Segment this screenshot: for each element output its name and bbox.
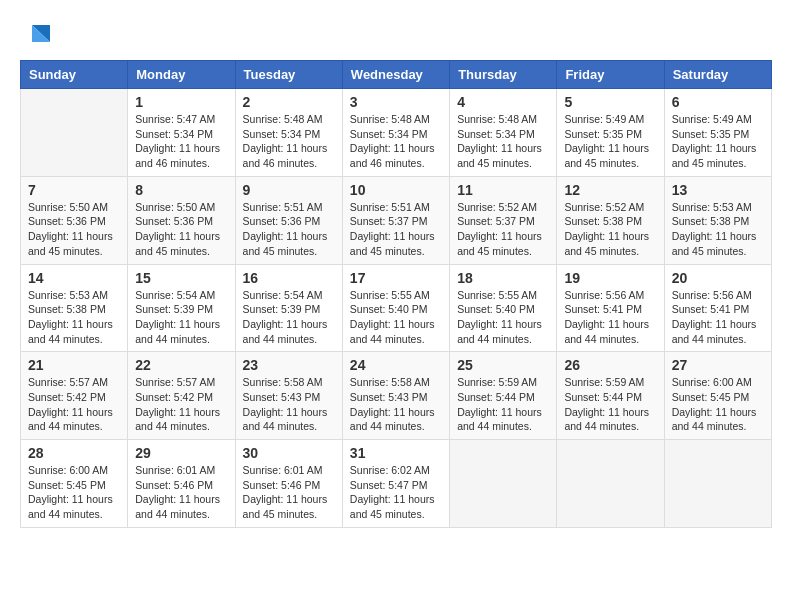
- day-info: Sunrise: 5:59 AMSunset: 5:44 PMDaylight:…: [564, 375, 656, 434]
- weekday-header-sunday: Sunday: [21, 61, 128, 89]
- day-info: Sunrise: 5:57 AMSunset: 5:42 PMDaylight:…: [28, 375, 120, 434]
- calendar-cell: 25Sunrise: 5:59 AMSunset: 5:44 PMDayligh…: [450, 352, 557, 440]
- day-number: 25: [457, 357, 549, 373]
- day-number: 4: [457, 94, 549, 110]
- day-info: Sunrise: 5:49 AMSunset: 5:35 PMDaylight:…: [564, 112, 656, 171]
- calendar-cell: 16Sunrise: 5:54 AMSunset: 5:39 PMDayligh…: [235, 264, 342, 352]
- day-number: 18: [457, 270, 549, 286]
- day-info: Sunrise: 5:53 AMSunset: 5:38 PMDaylight:…: [672, 200, 764, 259]
- calendar-cell: 28Sunrise: 6:00 AMSunset: 5:45 PMDayligh…: [21, 440, 128, 528]
- day-number: 16: [243, 270, 335, 286]
- day-number: 9: [243, 182, 335, 198]
- calendar-cell: [21, 89, 128, 177]
- calendar-cell: 31Sunrise: 6:02 AMSunset: 5:47 PMDayligh…: [342, 440, 449, 528]
- calendar-cell: 2Sunrise: 5:48 AMSunset: 5:34 PMDaylight…: [235, 89, 342, 177]
- calendar-cell: [557, 440, 664, 528]
- calendar-cell: 19Sunrise: 5:56 AMSunset: 5:41 PMDayligh…: [557, 264, 664, 352]
- day-info: Sunrise: 5:48 AMSunset: 5:34 PMDaylight:…: [243, 112, 335, 171]
- day-number: 14: [28, 270, 120, 286]
- weekday-header-wednesday: Wednesday: [342, 61, 449, 89]
- day-number: 12: [564, 182, 656, 198]
- day-info: Sunrise: 5:48 AMSunset: 5:34 PMDaylight:…: [350, 112, 442, 171]
- calendar-cell: 10Sunrise: 5:51 AMSunset: 5:37 PMDayligh…: [342, 176, 449, 264]
- day-info: Sunrise: 6:01 AMSunset: 5:46 PMDaylight:…: [135, 463, 227, 522]
- day-number: 20: [672, 270, 764, 286]
- day-info: Sunrise: 5:56 AMSunset: 5:41 PMDaylight:…: [672, 288, 764, 347]
- calendar-cell: 29Sunrise: 6:01 AMSunset: 5:46 PMDayligh…: [128, 440, 235, 528]
- calendar-table: SundayMondayTuesdayWednesdayThursdayFrid…: [20, 60, 772, 528]
- weekday-header-friday: Friday: [557, 61, 664, 89]
- day-info: Sunrise: 5:54 AMSunset: 5:39 PMDaylight:…: [243, 288, 335, 347]
- calendar-week-3: 14Sunrise: 5:53 AMSunset: 5:38 PMDayligh…: [21, 264, 772, 352]
- calendar-cell: 4Sunrise: 5:48 AMSunset: 5:34 PMDaylight…: [450, 89, 557, 177]
- calendar-cell: 24Sunrise: 5:58 AMSunset: 5:43 PMDayligh…: [342, 352, 449, 440]
- calendar-week-5: 28Sunrise: 6:00 AMSunset: 5:45 PMDayligh…: [21, 440, 772, 528]
- calendar-cell: 8Sunrise: 5:50 AMSunset: 5:36 PMDaylight…: [128, 176, 235, 264]
- weekday-header-tuesday: Tuesday: [235, 61, 342, 89]
- calendar-cell: 27Sunrise: 6:00 AMSunset: 5:45 PMDayligh…: [664, 352, 771, 440]
- day-info: Sunrise: 5:59 AMSunset: 5:44 PMDaylight:…: [457, 375, 549, 434]
- day-info: Sunrise: 5:58 AMSunset: 5:43 PMDaylight:…: [243, 375, 335, 434]
- day-number: 13: [672, 182, 764, 198]
- day-number: 2: [243, 94, 335, 110]
- calendar-cell: 22Sunrise: 5:57 AMSunset: 5:42 PMDayligh…: [128, 352, 235, 440]
- day-number: 1: [135, 94, 227, 110]
- day-info: Sunrise: 5:50 AMSunset: 5:36 PMDaylight:…: [135, 200, 227, 259]
- calendar-cell: 6Sunrise: 5:49 AMSunset: 5:35 PMDaylight…: [664, 89, 771, 177]
- weekday-header-row: SundayMondayTuesdayWednesdayThursdayFrid…: [21, 61, 772, 89]
- day-info: Sunrise: 5:55 AMSunset: 5:40 PMDaylight:…: [350, 288, 442, 347]
- day-info: Sunrise: 5:50 AMSunset: 5:36 PMDaylight:…: [28, 200, 120, 259]
- day-number: 10: [350, 182, 442, 198]
- day-info: Sunrise: 5:47 AMSunset: 5:34 PMDaylight:…: [135, 112, 227, 171]
- calendar-cell: 14Sunrise: 5:53 AMSunset: 5:38 PMDayligh…: [21, 264, 128, 352]
- calendar-cell: 15Sunrise: 5:54 AMSunset: 5:39 PMDayligh…: [128, 264, 235, 352]
- page-header: [20, 20, 772, 50]
- day-info: Sunrise: 5:48 AMSunset: 5:34 PMDaylight:…: [457, 112, 549, 171]
- day-info: Sunrise: 6:00 AMSunset: 5:45 PMDaylight:…: [28, 463, 120, 522]
- calendar-cell: [664, 440, 771, 528]
- calendar-week-4: 21Sunrise: 5:57 AMSunset: 5:42 PMDayligh…: [21, 352, 772, 440]
- calendar-cell: 12Sunrise: 5:52 AMSunset: 5:38 PMDayligh…: [557, 176, 664, 264]
- calendar-cell: 26Sunrise: 5:59 AMSunset: 5:44 PMDayligh…: [557, 352, 664, 440]
- weekday-header-thursday: Thursday: [450, 61, 557, 89]
- day-info: Sunrise: 5:51 AMSunset: 5:37 PMDaylight:…: [350, 200, 442, 259]
- calendar-cell: [450, 440, 557, 528]
- day-info: Sunrise: 6:00 AMSunset: 5:45 PMDaylight:…: [672, 375, 764, 434]
- day-number: 15: [135, 270, 227, 286]
- day-info: Sunrise: 5:52 AMSunset: 5:37 PMDaylight:…: [457, 200, 549, 259]
- day-info: Sunrise: 5:55 AMSunset: 5:40 PMDaylight:…: [457, 288, 549, 347]
- day-number: 11: [457, 182, 549, 198]
- weekday-header-saturday: Saturday: [664, 61, 771, 89]
- calendar-cell: 9Sunrise: 5:51 AMSunset: 5:36 PMDaylight…: [235, 176, 342, 264]
- day-info: Sunrise: 5:57 AMSunset: 5:42 PMDaylight:…: [135, 375, 227, 434]
- calendar-cell: 30Sunrise: 6:01 AMSunset: 5:46 PMDayligh…: [235, 440, 342, 528]
- day-number: 6: [672, 94, 764, 110]
- calendar-week-1: 1Sunrise: 5:47 AMSunset: 5:34 PMDaylight…: [21, 89, 772, 177]
- day-info: Sunrise: 5:52 AMSunset: 5:38 PMDaylight:…: [564, 200, 656, 259]
- day-number: 29: [135, 445, 227, 461]
- day-number: 30: [243, 445, 335, 461]
- calendar-cell: 1Sunrise: 5:47 AMSunset: 5:34 PMDaylight…: [128, 89, 235, 177]
- day-number: 23: [243, 357, 335, 373]
- calendar-cell: 17Sunrise: 5:55 AMSunset: 5:40 PMDayligh…: [342, 264, 449, 352]
- day-info: Sunrise: 5:56 AMSunset: 5:41 PMDaylight:…: [564, 288, 656, 347]
- calendar-cell: 3Sunrise: 5:48 AMSunset: 5:34 PMDaylight…: [342, 89, 449, 177]
- day-number: 3: [350, 94, 442, 110]
- day-info: Sunrise: 5:53 AMSunset: 5:38 PMDaylight:…: [28, 288, 120, 347]
- day-info: Sunrise: 5:51 AMSunset: 5:36 PMDaylight:…: [243, 200, 335, 259]
- calendar-cell: 23Sunrise: 5:58 AMSunset: 5:43 PMDayligh…: [235, 352, 342, 440]
- calendar-cell: 13Sunrise: 5:53 AMSunset: 5:38 PMDayligh…: [664, 176, 771, 264]
- calendar-cell: 20Sunrise: 5:56 AMSunset: 5:41 PMDayligh…: [664, 264, 771, 352]
- day-number: 24: [350, 357, 442, 373]
- day-info: Sunrise: 5:54 AMSunset: 5:39 PMDaylight:…: [135, 288, 227, 347]
- day-info: Sunrise: 6:01 AMSunset: 5:46 PMDaylight:…: [243, 463, 335, 522]
- weekday-header-monday: Monday: [128, 61, 235, 89]
- day-number: 31: [350, 445, 442, 461]
- day-number: 17: [350, 270, 442, 286]
- calendar-cell: 5Sunrise: 5:49 AMSunset: 5:35 PMDaylight…: [557, 89, 664, 177]
- day-info: Sunrise: 5:58 AMSunset: 5:43 PMDaylight:…: [350, 375, 442, 434]
- calendar-cell: 18Sunrise: 5:55 AMSunset: 5:40 PMDayligh…: [450, 264, 557, 352]
- calendar-cell: 11Sunrise: 5:52 AMSunset: 5:37 PMDayligh…: [450, 176, 557, 264]
- day-number: 21: [28, 357, 120, 373]
- calendar-cell: 21Sunrise: 5:57 AMSunset: 5:42 PMDayligh…: [21, 352, 128, 440]
